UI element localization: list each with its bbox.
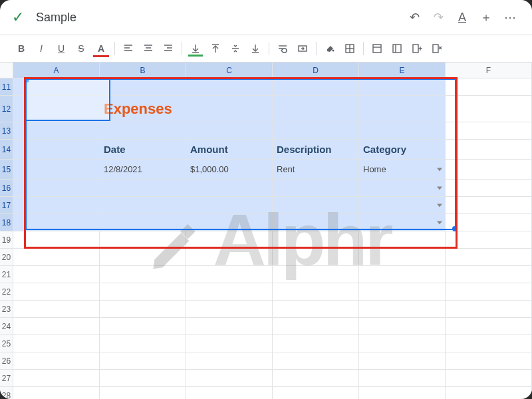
cell-F16[interactable] <box>446 180 532 197</box>
row-header[interactable]: 27 <box>0 370 13 387</box>
cell-E15[interactable]: Home <box>359 160 446 180</box>
cell-C18[interactable] <box>186 214 273 231</box>
row-header[interactable]: 15 <box>0 160 13 180</box>
cell-B17[interactable] <box>100 197 186 214</box>
cell-E19[interactable] <box>359 231 446 249</box>
row-header[interactable]: 16 <box>0 180 13 197</box>
cell-D15[interactable]: Rent <box>273 160 359 180</box>
row-header[interactable]: 11 <box>0 78 13 96</box>
cell-A21[interactable] <box>13 266 100 283</box>
cell-E12[interactable] <box>359 96 446 122</box>
cell-E25[interactable] <box>359 335 446 352</box>
merge-button[interactable] <box>293 39 312 58</box>
dropdown-icon[interactable] <box>437 168 442 171</box>
valign-bottom-button[interactable] <box>186 39 205 58</box>
cell-C13[interactable] <box>186 122 273 140</box>
cell-B14[interactable]: Date <box>100 140 186 160</box>
insert-col-button[interactable] <box>408 39 426 58</box>
cell-F23[interactable] <box>446 301 532 318</box>
cell-C16[interactable] <box>186 180 273 197</box>
cell-C19[interactable] <box>186 231 273 249</box>
freeze-button[interactable] <box>368 39 386 58</box>
row-header[interactable]: 21 <box>0 266 13 283</box>
cell-B25[interactable] <box>100 335 186 352</box>
cell-A19[interactable] <box>13 231 100 249</box>
cell-F27[interactable] <box>446 370 532 387</box>
cell-E21[interactable] <box>359 266 446 283</box>
italic-button[interactable]: I <box>32 39 51 58</box>
cell-B15[interactable]: 12/8/2021 <box>100 160 186 180</box>
cell-A20[interactable] <box>13 249 100 266</box>
cell-D22[interactable] <box>273 283 359 301</box>
align-right-button[interactable] <box>159 39 178 58</box>
cell-F25[interactable] <box>446 335 532 352</box>
align-center-button[interactable] <box>139 39 158 58</box>
row-header[interactable]: 23 <box>0 301 13 318</box>
cell-C21[interactable] <box>186 266 273 283</box>
valign-bottom2-button[interactable] <box>246 39 265 58</box>
cell-A27[interactable] <box>13 370 100 387</box>
cell-D20[interactable] <box>273 249 359 266</box>
dropdown-icon[interactable] <box>437 221 442 224</box>
cell-C25[interactable] <box>186 335 273 352</box>
cell-C24[interactable] <box>186 318 273 335</box>
cell-D28[interactable] <box>273 387 359 399</box>
col-header-F[interactable]: F <box>446 63 532 78</box>
cell-E11[interactable] <box>359 78 446 96</box>
cell-D14[interactable]: Description <box>273 140 359 160</box>
row-header[interactable]: 12 <box>0 96 13 122</box>
accept-icon[interactable]: ✓ <box>12 9 24 26</box>
cell-A22[interactable] <box>13 283 100 301</box>
cell-F13[interactable] <box>446 122 532 140</box>
cell-F26[interactable] <box>446 352 532 370</box>
cell-C28[interactable] <box>186 387 273 399</box>
fill-color-button[interactable] <box>321 39 339 58</box>
row-header[interactable]: 13 <box>0 122 13 140</box>
cell-C27[interactable] <box>186 370 273 387</box>
cell-C20[interactable] <box>186 249 273 266</box>
cell-A14[interactable] <box>13 140 100 160</box>
dropdown-icon[interactable] <box>437 203 442 207</box>
cell-B20[interactable] <box>100 249 186 266</box>
undo-button[interactable]: ↶ <box>404 7 424 27</box>
cell-E27[interactable] <box>359 370 446 387</box>
cell-F14[interactable] <box>446 140 532 160</box>
cell-F24[interactable] <box>446 318 532 335</box>
cell-D12[interactable] <box>273 96 359 122</box>
row-header[interactable]: 20 <box>0 249 13 266</box>
row-header[interactable]: 22 <box>0 283 13 301</box>
cell-B22[interactable] <box>100 283 186 301</box>
row-header[interactable]: 18 <box>0 214 13 231</box>
cell-F11[interactable] <box>446 78 532 96</box>
select-all-corner[interactable] <box>0 63 13 78</box>
cell-F15[interactable] <box>446 160 532 180</box>
cell-D24[interactable] <box>273 318 359 335</box>
cell-B26[interactable] <box>100 352 186 370</box>
delete-col-button[interactable] <box>428 39 446 58</box>
cell-C22[interactable] <box>186 283 273 301</box>
col-header-B[interactable]: B <box>100 63 186 78</box>
cell-E26[interactable] <box>359 352 446 370</box>
col-header-E[interactable]: E <box>359 63 446 78</box>
cell-C23[interactable] <box>186 301 273 318</box>
cell-A17[interactable] <box>13 197 100 214</box>
cell-D13[interactable] <box>273 122 359 140</box>
cell-D19[interactable] <box>273 231 359 249</box>
cell-A23[interactable] <box>13 301 100 318</box>
row-header[interactable]: 17 <box>0 197 13 214</box>
cell-E22[interactable] <box>359 283 446 301</box>
cell-F20[interactable] <box>446 249 532 266</box>
cell-F17[interactable] <box>446 197 532 214</box>
cell-C11[interactable] <box>186 78 273 96</box>
cell-A16[interactable] <box>13 180 100 197</box>
col-header-D[interactable]: D <box>273 63 359 78</box>
cell-B13[interactable] <box>100 122 186 140</box>
borders-button[interactable] <box>340 39 359 58</box>
cell-A18[interactable] <box>13 214 100 231</box>
cell-B28[interactable] <box>100 387 186 399</box>
cell-A28[interactable] <box>13 387 100 399</box>
cell-E23[interactable] <box>359 301 446 318</box>
cell-D17[interactable] <box>273 197 359 214</box>
col-header-C[interactable]: C <box>186 63 273 78</box>
cell-B21[interactable] <box>100 266 186 283</box>
